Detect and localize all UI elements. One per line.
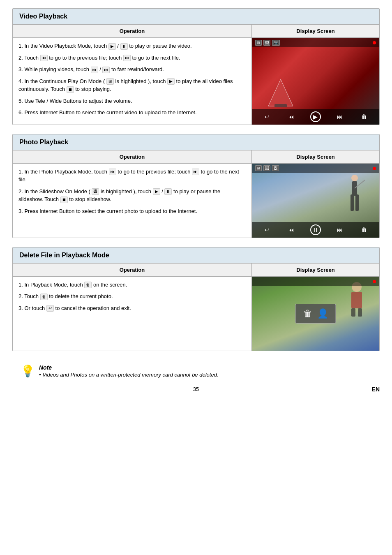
forward-icon: ⏭	[102, 67, 110, 73]
delete-top-bar	[252, 277, 379, 286]
delete-display-col: Display Screen 🗑 👤	[252, 264, 379, 351]
delete-btn: 🗑	[359, 112, 369, 122]
delete-display-screen: 🗑 👤	[252, 277, 379, 351]
delete-operation-header: Operation	[13, 264, 251, 277]
trash-dialog-icon: 🗑	[303, 308, 312, 319]
delete-file-header: Delete File in Playback Mode	[13, 247, 379, 264]
svg-rect-5	[355, 194, 359, 211]
sailboat-graphic	[260, 77, 301, 110]
golfer-graphic	[342, 174, 367, 223]
photo-operation-header: Operation	[13, 150, 251, 164]
delete-operation-col: Operation 1. In Playback Mode, touch 🗑 o…	[13, 264, 252, 351]
delete-operation-list: 1. In Playback Mode, touch 🗑 on the scre…	[13, 277, 251, 320]
photo-bottom-bar: ↩ ⏮ ⏸ ⏭ 🗑	[252, 222, 379, 238]
slideshow-icon: 🖼	[92, 188, 99, 195]
video-op-4: 4. In the Continuous Play On Mode ( ⊞ is…	[18, 77, 246, 93]
note-title: Note	[39, 364, 218, 371]
video-playback-title: Video Playback	[19, 13, 67, 20]
delete-dialog: 🗑 👤	[295, 304, 336, 324]
video-bottom-bar: ↩ ⏮ ▶ ⏭ 🗑	[252, 109, 379, 125]
photo-op-2: 2. In the Slideshow On Mode ( 🖼 is highl…	[18, 187, 246, 204]
photo-op-3: 3. Press Internet Button to select the c…	[18, 207, 246, 215]
video-op-3: 3. While playing videos, touch ⏮ / ⏭ to …	[18, 65, 246, 74]
person-graphic	[342, 281, 371, 318]
photo-op-1: 1. In the Photo Playback Mode, touch ⏮ t…	[18, 168, 246, 184]
note-section: 💡 Note • Videos and Photos on a written-…	[12, 360, 380, 382]
prev-icon: ⏮	[109, 169, 116, 175]
photo-operation-list: 1. In the Photo Playback Mode, touch ⏮ t…	[13, 164, 251, 223]
delete-screen-image: 🗑 👤	[252, 277, 379, 351]
photo-operation-col: Operation 1. In the Photo Playback Mode,…	[13, 150, 252, 238]
video-playback-header: Video Playback	[13, 9, 379, 25]
play-icon: ▶	[153, 188, 160, 195]
continuous-icon: ⊞	[106, 78, 114, 85]
video-screen-image: ⊞ 🖼 📷 ↩ ⏮ ▶	[252, 38, 379, 125]
video-playback-section: Video Playback Operation 1. In the Video…	[12, 8, 380, 125]
delete-op-3: 3. Or touch ↩ to cancel the operation an…	[18, 304, 246, 312]
back-btn: ↩	[262, 112, 272, 122]
photo-display-header: Display Screen	[252, 150, 379, 164]
photo-playback-title: Photo Playback	[19, 139, 68, 146]
prev-btn: ⏮	[286, 112, 296, 122]
note-icon: 💡	[21, 364, 35, 378]
video-operation-header: Operation	[13, 25, 251, 38]
pause-icon: ⏸	[164, 188, 172, 195]
photo-icon: 🖼	[263, 165, 270, 171]
stop-icon: ⏹	[67, 86, 74, 93]
prev-icon: ⏮	[40, 55, 48, 61]
video-op-1: 1. In the Video Playback Mode, touch ▶ /…	[18, 42, 246, 50]
next-icon: ⏭	[192, 169, 199, 175]
grid-icon: ⊞	[255, 40, 262, 46]
video-display-header: Display Screen	[252, 25, 379, 38]
record-indicator	[373, 278, 376, 284]
photo2-icon: 🖼	[272, 165, 279, 171]
video-display-col: Display Screen ⊞ 🖼 📷	[252, 25, 379, 125]
video-operation-col: Operation 1. In the Video Playback Mode,…	[13, 25, 252, 125]
prev-btn: ⏮	[286, 225, 296, 235]
svg-rect-3	[352, 181, 357, 196]
svg-rect-10	[358, 308, 362, 317]
delete-op-1: 1. In Playback Mode, touch 🗑 on the scre…	[18, 281, 246, 289]
delete-op-2: 2. Touch 🗑 to delete the current photo.	[18, 292, 246, 301]
photo-top-icons: ⊞ 🖼 🖼	[255, 165, 279, 171]
page-footer: 35 EN	[12, 386, 380, 392]
video-operation-list: 1. In the Video Playback Mode, touch ▶ /…	[13, 38, 251, 125]
play-btn: ▶	[310, 111, 321, 122]
video-icon: 📷	[272, 40, 280, 46]
language-label: EN	[372, 386, 380, 393]
delete-display-header: Display Screen	[252, 264, 379, 277]
record-indicator	[373, 39, 376, 46]
next-btn: ⏭	[335, 112, 345, 122]
photo-display-screen: ⊞ 🖼 🖼	[252, 164, 379, 238]
photo-screen-image: ⊞ 🖼 🖼	[252, 164, 379, 238]
page-number: 35	[193, 386, 199, 392]
back-btn: ↩	[262, 225, 272, 235]
photo-icon: 🖼	[263, 40, 270, 46]
video-top-icons: ⊞ 🖼 📷	[255, 40, 280, 46]
record-indicator	[373, 165, 376, 171]
photo-playback-header: Photo Playback	[13, 134, 379, 150]
trash2-icon: 🗑	[40, 294, 48, 300]
next-icon: ⏭	[123, 55, 131, 61]
person-dialog-icon: 👤	[317, 308, 328, 319]
svg-rect-8	[351, 292, 362, 308]
trash-icon: 🗑	[84, 282, 92, 288]
play-icon: ▶	[108, 43, 116, 50]
video-op-6: 6. Press Internet Button to select the c…	[18, 109, 246, 117]
photo-playback-section: Photo Playback Operation 1. In the Photo…	[12, 134, 380, 238]
stop-icon: ⏹	[60, 197, 68, 203]
grid-icon: ⊞	[255, 165, 262, 171]
svg-rect-4	[350, 194, 354, 211]
photo-playback-body: Operation 1. In the Photo Playback Mode,…	[13, 150, 379, 238]
svg-point-2	[351, 175, 358, 181]
video-op-2: 2. Touch ⏮ to go to the previous file; t…	[18, 54, 246, 62]
svg-marker-0	[268, 79, 293, 106]
svg-rect-1	[274, 104, 287, 107]
pause-icon: ⏸	[120, 43, 128, 50]
svg-rect-9	[351, 308, 355, 317]
play2-icon: ▶	[167, 78, 175, 85]
video-top-bar: ⊞ 🖼 📷	[252, 38, 379, 47]
delete-btn: 🗑	[359, 225, 369, 235]
note-bullet: • Videos and Photos on a written-protect…	[39, 372, 218, 378]
delete-file-title: Delete File in Playback Mode	[19, 252, 109, 259]
